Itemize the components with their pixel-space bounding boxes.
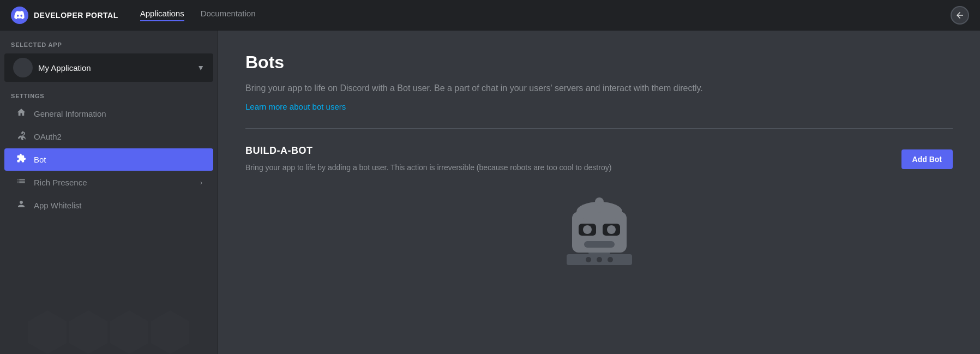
logo: DEVELOPER PORTAL [11, 7, 118, 24]
build-a-bot-title: BUILD-A-BOT [245, 145, 891, 157]
sidebar-item-label-app-whitelist: App Whitelist [34, 201, 202, 210]
nav-link-applications[interactable]: Applications [140, 9, 184, 21]
sidebar: SELECTED APP My Application ▼ SETTINGS G… [0, 31, 218, 354]
logo-icon [11, 7, 28, 24]
sidebar-item-label-bot: Bot [34, 155, 202, 164]
logo-text: DEVELOPER PORTAL [34, 11, 118, 20]
selected-app-label: SELECTED APP [0, 41, 218, 48]
list-icon [15, 176, 27, 189]
learn-more-link[interactable]: Learn more about bot users [245, 102, 346, 111]
sidebar-item-label-general-information: General Information [34, 109, 202, 118]
nav-link-documentation[interactable]: Documentation [201, 9, 256, 21]
sidebar-item-label-rich-presence: Rich Presence [34, 178, 194, 187]
sidebar-item-app-whitelist[interactable]: App Whitelist [4, 194, 213, 217]
sidebar-item-rich-presence[interactable]: Rich Presence › [4, 171, 213, 194]
app-icon [13, 58, 33, 77]
settings-label: SETTINGS [0, 93, 218, 99]
svg-rect-8 [598, 201, 601, 213]
svg-point-11 [583, 225, 592, 234]
page-description: Bring your app to life on Discord with a… [245, 81, 736, 95]
home-icon [15, 107, 27, 120]
sidebar-item-label-oauth2: OAuth2 [34, 132, 202, 141]
app-name: My Application [38, 63, 191, 73]
main-layout: SELECTED APP My Application ▼ SETTINGS G… [0, 31, 980, 354]
main-content: Bots Bring your app to life on Discord w… [218, 31, 980, 354]
svg-point-2 [597, 257, 602, 262]
robot-illustration [245, 184, 953, 272]
svg-point-12 [607, 225, 616, 234]
build-a-bot-description: Bring your app to life by adding a bot u… [245, 162, 891, 173]
app-selector[interactable]: My Application ▼ [4, 53, 213, 82]
divider [245, 128, 953, 129]
add-bot-button[interactable]: Add Bot [901, 149, 953, 169]
sidebar-item-bot[interactable]: Bot [4, 148, 213, 171]
svg-point-3 [608, 257, 613, 262]
build-a-bot-section: BUILD-A-BOT Bring your app to life by ad… [245, 145, 953, 173]
person-icon [15, 199, 27, 212]
top-nav: DEVELOPER PORTAL Applications Documentat… [0, 0, 980, 31]
nav-links: Applications Documentation [140, 9, 951, 21]
page-title: Bots [245, 52, 953, 73]
robot-svg [556, 184, 643, 272]
sidebar-item-general-information[interactable]: General Information [4, 103, 213, 125]
build-a-bot-text: BUILD-A-BOT Bring your app to life by ad… [245, 145, 891, 173]
user-avatar[interactable] [951, 6, 969, 25]
puzzle-icon [15, 153, 27, 166]
wrench-icon [15, 130, 27, 143]
sidebar-decoration [0, 289, 218, 354]
sidebar-item-oauth2[interactable]: OAuth2 [4, 125, 213, 148]
svg-rect-13 [584, 241, 615, 248]
app-chevron-icon: ▼ [197, 63, 205, 72]
svg-point-1 [586, 257, 591, 262]
rich-presence-chevron-icon: › [200, 179, 202, 187]
